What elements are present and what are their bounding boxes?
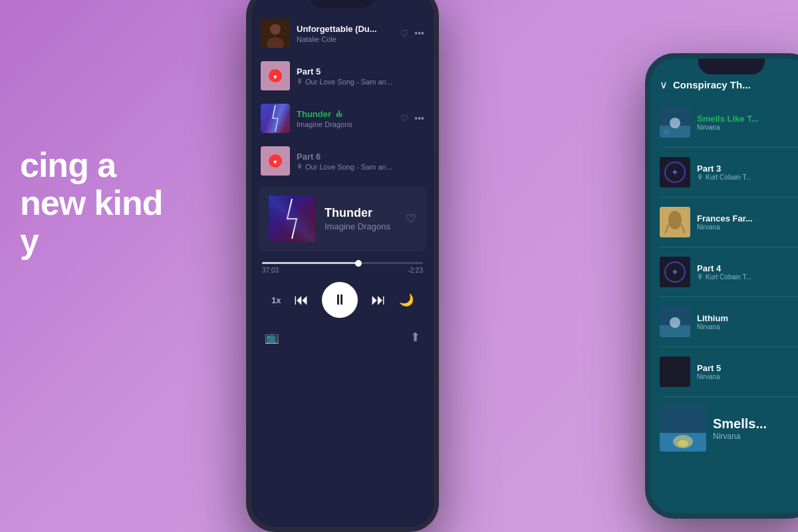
phone1-notch	[309, 0, 376, 8]
heart-icon[interactable]: ♡	[400, 113, 409, 124]
remaining-time: -2:23	[408, 267, 423, 274]
album-art	[660, 307, 690, 337]
track-title: Part 6	[297, 152, 424, 162]
playlist-title: Conspiracy Th...	[673, 79, 798, 90]
track-title: Part 5	[697, 363, 798, 373]
svg-point-19	[664, 130, 669, 135]
track-item-playing[interactable]: Thunder Imagine Dragons ♡ •••	[251, 97, 434, 140]
podcast-icon: 🎙	[697, 273, 704, 281]
track-thumb-part5: ♥	[261, 61, 290, 90]
album-art: ♥	[261, 146, 290, 176]
progress-bar[interactable]	[262, 262, 423, 264]
album-art	[261, 19, 290, 48]
heart-icon[interactable]: ♡	[400, 28, 409, 39]
now-playing-title: Thunder	[325, 206, 396, 220]
svg-point-24	[668, 211, 682, 229]
track-title: Smells Like T...	[697, 114, 798, 124]
phone1-screen: Unforgettable (Du... Natalie Cole ♡ •••	[251, 0, 434, 527]
album-art	[261, 104, 290, 133]
dot1	[336, 113, 338, 117]
speed-button[interactable]: 1x	[271, 295, 281, 305]
now-playing-heart[interactable]: ♡	[406, 211, 416, 226]
track-artist: 🎙 Kurt Cobain T...	[697, 273, 798, 281]
now-playing-info: Thunder Imagine Dragons	[325, 206, 396, 231]
progress-handle[interactable]	[355, 260, 362, 267]
track-artist: 🎙 Kurt Cobain T...	[697, 174, 798, 181]
chevron-down-icon[interactable]: ∨	[660, 78, 668, 91]
phone2-track[interactable]: Part 5 Nirvana	[650, 350, 798, 394]
track-title: Part 3	[697, 164, 798, 174]
divider	[660, 147, 798, 148]
album-art	[660, 356, 690, 387]
track-info: Part 5 Nirvana	[697, 363, 798, 380]
track-thumb-frances	[660, 207, 690, 237]
track-item[interactable]: Unforgettable (Du... Natalie Cole ♡ •••	[251, 12, 434, 55]
track-info: Thunder Imagine Dragons	[297, 109, 394, 128]
track-info: Part 4 🎙 Kurt Cobain T...	[697, 263, 798, 281]
album-art: ✦	[660, 257, 690, 287]
track-title: Thunder	[297, 109, 394, 119]
hero-line2: new kind	[20, 184, 162, 222]
svg-text:✦: ✦	[671, 167, 679, 178]
phone2: ∨ Conspiracy Th... Smells	[645, 53, 798, 519]
svg-rect-7	[261, 104, 290, 133]
svg-point-32	[670, 317, 680, 328]
album-art	[660, 207, 690, 237]
cast-icon[interactable]: 📺	[265, 330, 279, 344]
phone2-track[interactable]: Frances Far... Nirvana	[650, 200, 798, 244]
dot3	[340, 113, 342, 117]
track-list: Unforgettable (Du... Natalie Cole ♡ •••	[251, 0, 434, 182]
next-button[interactable]: ⏭	[371, 291, 386, 309]
track-info: Lithium Nirvana	[697, 313, 798, 331]
album-art	[660, 405, 706, 452]
phone2-track-lithium[interactable]: Lithium Nirvana	[650, 300, 798, 344]
track-thumb-smells	[660, 107, 690, 138]
podcast-icon: 🎙	[297, 163, 303, 170]
track-info: Part 5 🎙 Our Love Song - Sam an...	[297, 66, 424, 86]
divider	[660, 396, 798, 397]
track-info: Part 6 🎙 Our Love Song - Sam an...	[297, 152, 424, 171]
phone2-track[interactable]: ✦ Part 3 🎙 Kurt Cobain T...	[650, 150, 798, 194]
track-title: Part 4	[697, 263, 798, 273]
play-pause-button[interactable]: ⏸	[322, 282, 358, 318]
phone1: Unforgettable (Du... Natalie Cole ♡ •••	[246, 0, 439, 532]
now-playing-artist: Imagine Dragons	[325, 221, 396, 231]
track-title: Unforgettable (Du...	[297, 24, 394, 34]
hero-line1: cing a	[20, 146, 162, 184]
hero-text: cing a new kind y	[20, 146, 162, 261]
share-icon[interactable]: ⬆	[410, 330, 420, 344]
track-artist: Nirvana	[713, 432, 798, 441]
track-thumb-part5b	[660, 356, 690, 387]
track-artist: Natalie Cole	[297, 35, 394, 43]
more-icon[interactable]: •••	[414, 28, 424, 39]
phone2-track[interactable]: ✦ Part 4 🎙 Kurt Cobain T...	[650, 250, 798, 294]
track-info: Unforgettable (Du... Natalie Cole	[297, 24, 394, 43]
phone2-track-bottom[interactable]: Smells... Nirvana	[650, 400, 798, 457]
now-playing-art	[269, 196, 315, 242]
phone2-screen: ∨ Conspiracy Th... Smells	[650, 59, 798, 513]
track-actions: ♡ •••	[400, 113, 424, 124]
svg-point-1	[270, 24, 281, 35]
track-info: Smells Like T... Nirvana	[697, 114, 798, 131]
track-artist: 🎙 Our Love Song - Sam an...	[297, 78, 424, 86]
pause-icon: ⏸	[332, 291, 347, 309]
progress-fill	[262, 262, 358, 264]
track-thumb-part4: ✦	[660, 257, 690, 287]
sleep-button[interactable]: 🌙	[399, 293, 414, 307]
track-title: Smells...	[713, 416, 798, 432]
track-item[interactable]: ♥ Part 5 🎙 Our Love Song - Sam an...	[251, 55, 434, 97]
phone2-track[interactable]: Smells Like T... Nirvana	[650, 100, 798, 144]
track-item[interactable]: ♥ Part 6 🎙 Our Love Song - Sam an...	[251, 140, 434, 182]
playback-controls: 1x ⏮ ⏸ ⏭ 🌙	[251, 277, 434, 327]
more-icon[interactable]: •••	[414, 113, 424, 124]
podcast-icon: 🎙	[297, 78, 303, 85]
track-title: Frances Far...	[697, 213, 798, 223]
svg-rect-33	[660, 356, 690, 387]
phone1-shell: Unforgettable (Du... Natalie Cole ♡ •••	[246, 0, 439, 532]
track-artist: Imagine Dragons	[297, 120, 394, 128]
svg-text:♥: ♥	[273, 158, 277, 166]
previous-button[interactable]: ⏮	[294, 291, 309, 309]
track-artist: Nirvana	[697, 124, 798, 131]
playing-indicator	[336, 110, 342, 117]
svg-text:♥: ♥	[273, 73, 277, 80]
